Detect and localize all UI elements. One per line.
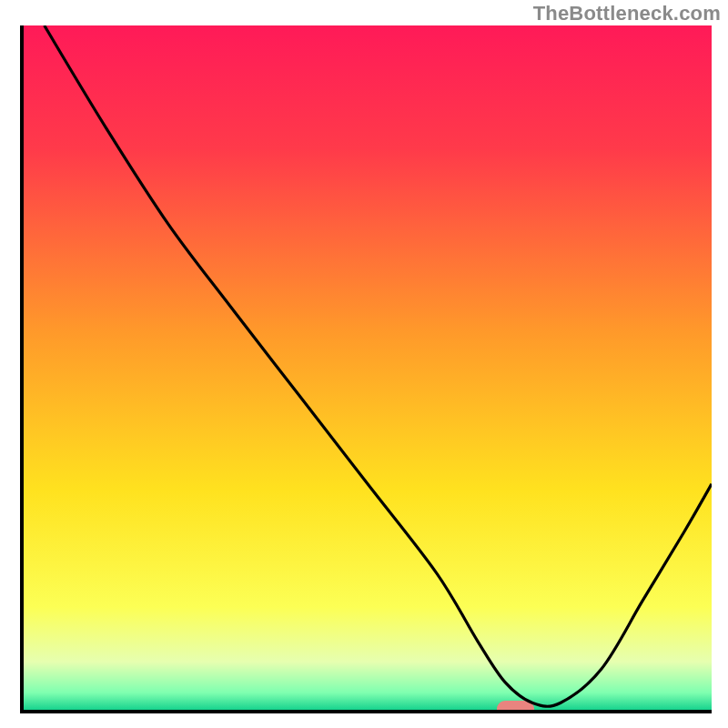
chart-container: TheBottleneck.com: [0, 0, 728, 728]
bottleneck-curve: [45, 25, 712, 706]
plot-area: [20, 25, 712, 713]
watermark-text: TheBottleneck.com: [533, 2, 721, 25]
curve-svg: [24, 25, 712, 710]
